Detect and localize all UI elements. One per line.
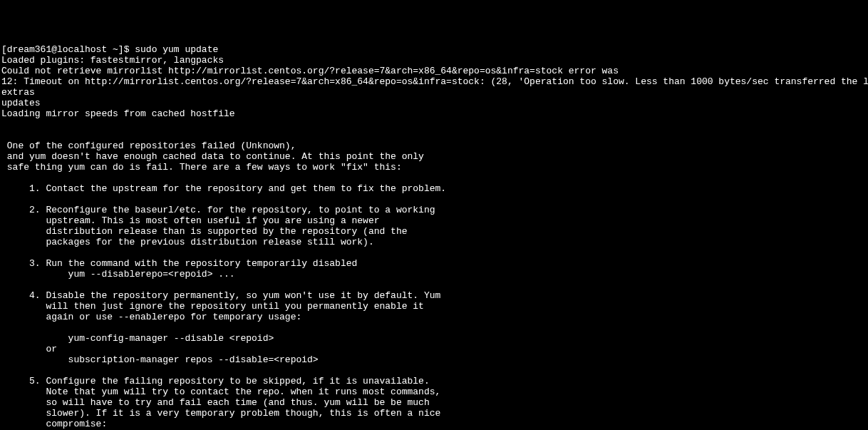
output-line: or	[1, 344, 57, 354]
output-line: Note that yum will try to contact the re…	[1, 387, 440, 397]
output-line: updates	[1, 98, 41, 108]
output-line: extras	[1, 87, 35, 98]
output-line: 3. Run the command with the repository t…	[1, 258, 357, 269]
output-line: 2. Reconfigure the baseurl/etc. for the …	[1, 205, 435, 215]
output-line: compromise:	[1, 419, 107, 429]
output-line: distribution release than is supported b…	[1, 226, 408, 237]
prompt-line: [dream361@localhost ~]$ sudo yum update	[1, 44, 218, 55]
output-line: Could not retrieve mirrorlist http://mir…	[1, 66, 619, 76]
output-line: upstream. This is most often useful if y…	[1, 215, 380, 226]
output-line: subscription-manager repos --disable=<re…	[1, 354, 319, 365]
output-line: 1. Contact the upstream for the reposito…	[1, 183, 446, 194]
output-line: yum --disablerepo=<repoid> ...	[1, 269, 235, 280]
output-line: safe thing yum can do is fail. There are…	[1, 162, 402, 173]
output-line: will then just ignore the repository unt…	[1, 301, 424, 312]
output-line: again or use --enablerepo for temporary …	[1, 312, 301, 322]
output-line: One of the configured repositories faile…	[1, 140, 296, 151]
command-text: sudo yum update	[135, 44, 218, 55]
output-line: 12: Timeout on http://mirrorlist.centos.…	[1, 76, 868, 87]
terminal-output[interactable]: [dream361@localhost ~]$ sudo yum update …	[1, 44, 867, 430]
shell-prompt: [dream361@localhost ~]$	[1, 44, 135, 55]
output-line: yum-config-manager --disable <repoid>	[1, 333, 274, 344]
output-line: Loaded plugins: fastestmirror, langpacks	[1, 55, 224, 66]
output-line: 5. Configure the failing repository to b…	[1, 376, 430, 387]
output-line: Loading mirror speeds from cached hostfi…	[1, 108, 235, 119]
output-line: so will have to try and fail each time (…	[1, 397, 430, 408]
output-line: slower). If it is a very temporary probl…	[1, 408, 440, 419]
output-line: 4. Disable the repository permanently, s…	[1, 290, 440, 301]
output-line: packages for the previous distribution r…	[1, 237, 374, 247]
output-line: and yum doesn't have enough cached data …	[1, 151, 424, 162]
